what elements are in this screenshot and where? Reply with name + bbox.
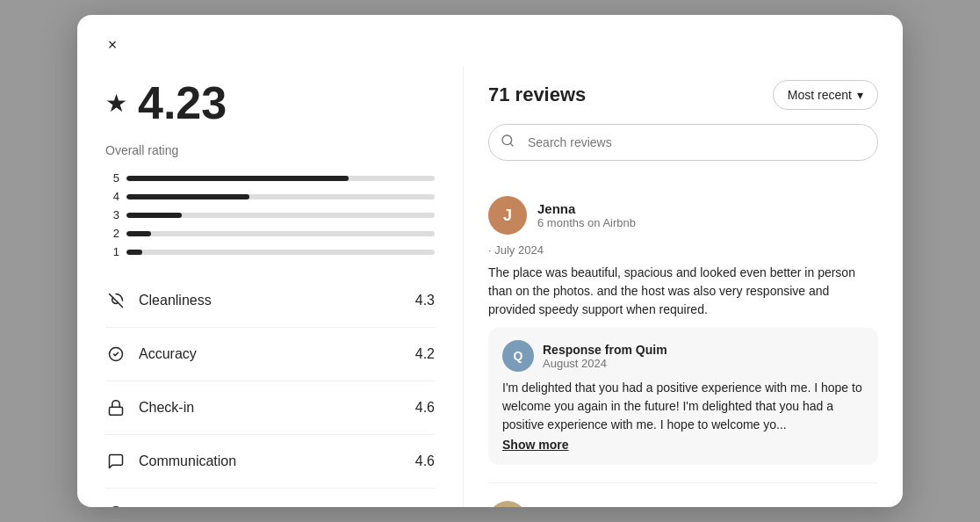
response-text: I'm delighted that you had a positive ex… bbox=[502, 379, 864, 434]
svg-rect-1 bbox=[110, 407, 123, 415]
overall-rating-label: Overall rating bbox=[105, 143, 435, 157]
svg-line-5 bbox=[510, 143, 513, 146]
bar-track-1 bbox=[126, 250, 435, 255]
avatar-oscar: O bbox=[488, 501, 527, 507]
review-text-jenna: The place was beautiful, spacious and lo… bbox=[488, 264, 878, 319]
sort-dropdown[interactable]: Most recent ▾ bbox=[773, 80, 878, 110]
response-avatar: Q bbox=[502, 340, 534, 372]
response-header: Q Response from Quim August 2024 bbox=[502, 340, 864, 372]
bar-row-3: 3 bbox=[105, 208, 435, 221]
category-accuracy: Accuracy 4.2 bbox=[105, 328, 435, 381]
search-input[interactable] bbox=[488, 124, 878, 161]
avatar-jenna: J bbox=[488, 196, 527, 235]
category-location: Location 4.7 bbox=[105, 489, 435, 507]
bar-label-2: 2 bbox=[105, 227, 119, 240]
category-cleanliness: Cleanliness 4.3 bbox=[105, 274, 435, 328]
reviewer-details-oscar: Oscar Monterrey, Mexico bbox=[537, 506, 631, 507]
bar-row-2: 2 bbox=[105, 227, 435, 240]
category-checkin-left: Check-in bbox=[105, 397, 194, 418]
modal-header: × bbox=[77, 15, 903, 59]
left-panel: ★ 4.23 Overall rating 5 4 bbox=[77, 66, 464, 507]
chevron-down-icon: ▾ bbox=[857, 88, 863, 102]
star-icon: ★ bbox=[105, 89, 127, 118]
cleanliness-icon bbox=[105, 290, 126, 311]
rating-headline: ★ 4.23 bbox=[105, 80, 435, 126]
category-cleanliness-left: Cleanliness bbox=[105, 290, 212, 311]
bar-track-4 bbox=[126, 194, 435, 199]
cleanliness-label: Cleanliness bbox=[139, 293, 212, 308]
reviewer-info-oscar: O Oscar Monterrey, Mexico bbox=[488, 501, 878, 507]
response-name: Response from Quim bbox=[543, 343, 667, 357]
show-more-link[interactable]: Show more bbox=[502, 438, 568, 452]
bar-label-5: 5 bbox=[105, 171, 119, 185]
bar-track-5 bbox=[126, 176, 435, 181]
reviewer-meta-jenna: 6 months on Airbnb bbox=[537, 216, 636, 229]
overall-score: 4.23 bbox=[138, 80, 227, 126]
bar-row-4: 4 bbox=[105, 190, 435, 203]
response-date: August 2024 bbox=[543, 357, 667, 370]
bar-fill-4 bbox=[126, 194, 249, 199]
category-communication-left: Communication bbox=[105, 451, 236, 472]
modal-overlay: × ★ 4.23 Overall rating 5 bbox=[0, 0, 980, 522]
bar-row-5: 5 bbox=[105, 171, 435, 185]
close-button[interactable]: × bbox=[98, 31, 126, 59]
bar-label-4: 4 bbox=[105, 190, 119, 203]
rating-bars: 5 4 3 bbox=[105, 171, 435, 260]
modal-body: ★ 4.23 Overall rating 5 4 bbox=[77, 59, 903, 507]
bar-fill-5 bbox=[126, 176, 349, 181]
bar-row-1: 1 bbox=[105, 245, 435, 258]
checkin-icon bbox=[105, 397, 126, 418]
checkin-label: Check-in bbox=[139, 400, 194, 416]
reviews-header: 71 reviews Most recent ▾ bbox=[488, 80, 878, 110]
communication-score: 4.6 bbox=[415, 453, 435, 469]
bar-fill-3 bbox=[126, 213, 182, 218]
accuracy-label: Accuracy bbox=[139, 346, 197, 362]
reviewer-name-jenna: Jenna bbox=[537, 201, 636, 216]
accuracy-icon bbox=[105, 344, 126, 365]
communication-icon bbox=[105, 451, 126, 472]
checkin-score: 4.6 bbox=[415, 400, 435, 416]
communication-label: Communication bbox=[139, 453, 236, 469]
response-block-jenna: Q Response from Quim August 2024 I'm del… bbox=[488, 328, 878, 465]
response-meta: Response from Quim August 2024 bbox=[543, 343, 667, 370]
search-icon bbox=[501, 134, 515, 151]
category-checkin: Check-in 4.6 bbox=[105, 381, 435, 435]
review-date-jenna: · July 2024 bbox=[488, 243, 878, 257]
cleanliness-score: 4.3 bbox=[415, 293, 435, 308]
search-box bbox=[488, 124, 878, 161]
reviewer-name-oscar: Oscar bbox=[537, 506, 631, 507]
bar-track-3 bbox=[126, 213, 435, 218]
review-item-oscar: O Oscar Monterrey, Mexico bbox=[488, 483, 878, 507]
sort-label: Most recent bbox=[788, 88, 852, 102]
reviewer-details-jenna: Jenna 6 months on Airbnb bbox=[537, 201, 636, 229]
accuracy-score: 4.2 bbox=[415, 346, 435, 362]
category-location-left: Location bbox=[105, 504, 192, 507]
reviews-list: J Jenna 6 months on Airbnb · July 2024 T… bbox=[488, 178, 878, 507]
bar-fill-2 bbox=[126, 231, 151, 236]
bar-label-3: 3 bbox=[105, 208, 119, 221]
category-accuracy-left: Accuracy bbox=[105, 344, 197, 365]
location-icon bbox=[105, 504, 126, 507]
right-panel: 71 reviews Most recent ▾ bbox=[464, 66, 903, 507]
categories: Cleanliness 4.3 Accuracy bbox=[105, 274, 435, 507]
category-communication: Communication 4.6 bbox=[105, 435, 435, 489]
bar-track-2 bbox=[126, 231, 435, 236]
reviewer-info-jenna: J Jenna 6 months on Airbnb bbox=[488, 196, 878, 235]
reviews-modal: × ★ 4.23 Overall rating 5 bbox=[77, 15, 903, 507]
review-item: J Jenna 6 months on Airbnb · July 2024 T… bbox=[488, 178, 878, 483]
reviews-count: 71 reviews bbox=[488, 83, 586, 106]
bar-container: 5 4 3 bbox=[105, 171, 435, 260]
bar-fill-1 bbox=[126, 250, 142, 255]
bar-label-1: 1 bbox=[105, 245, 119, 258]
